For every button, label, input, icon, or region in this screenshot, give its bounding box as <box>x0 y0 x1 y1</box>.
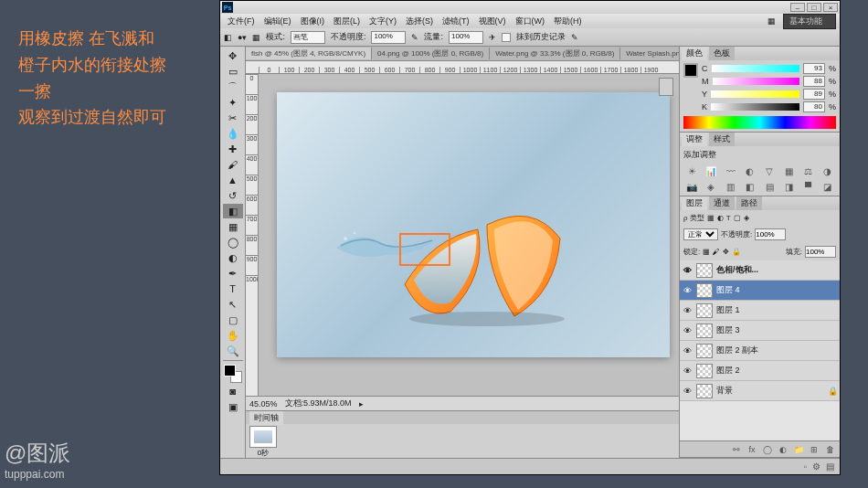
layer-row[interactable]: 👁 图层 3 <box>680 321 840 341</box>
blend-mode-dropdown[interactable]: 正常 <box>683 228 718 240</box>
marquee-tool[interactable]: ▭ <box>223 64 243 79</box>
minimize-button[interactable]: – <box>790 3 805 12</box>
mb-icon[interactable]: ▫ <box>803 461 807 472</box>
menu-file[interactable]: 文件(F) <box>224 15 259 28</box>
move-tool[interactable]: ✥ <box>223 48 243 63</box>
history-brush-tool[interactable]: ↺ <box>223 188 243 203</box>
menu-select[interactable]: 选择(S) <box>402 15 437 28</box>
visibility-icon[interactable]: 👁 <box>682 305 693 316</box>
brush-tool[interactable]: 🖌 <box>223 157 243 172</box>
menu-filter[interactable]: 滤镜(T) <box>439 15 473 28</box>
doc-tab-0[interactable]: fish @ 45% (图层 4, RGB/8/CMYK) <box>246 48 372 59</box>
pressure-opacity-icon[interactable]: ✎ <box>411 33 418 42</box>
new-adjust-icon[interactable]: ◐ <box>777 444 789 455</box>
blur-tool[interactable]: ◯ <box>223 235 243 249</box>
maximize-button[interactable]: □ <box>807 3 821 12</box>
quickmask-icon[interactable]: ◙ <box>223 384 243 398</box>
eraser-tool[interactable]: ◧ <box>223 204 243 218</box>
m-slider[interactable] <box>713 78 799 85</box>
link-layers-icon[interactable]: ⚯ <box>730 444 743 455</box>
adj-brightness-icon[interactable]: ☀ <box>683 164 700 177</box>
stamp-tool[interactable]: ▲ <box>223 173 243 187</box>
adj-levels-icon[interactable]: 📊 <box>703 164 719 177</box>
zoom-tool[interactable]: 🔍 <box>223 344 243 358</box>
k-value[interactable]: 80 <box>803 101 825 112</box>
adj-selective-icon[interactable]: ◪ <box>820 180 836 193</box>
mask-icon[interactable]: ◯ <box>761 444 774 455</box>
swatches-tab[interactable]: 色板 <box>709 47 735 60</box>
filter-smart-icon[interactable]: ◈ <box>744 214 749 222</box>
layer-row[interactable]: 👁 色相/饱和... <box>680 260 840 281</box>
styles-tab[interactable]: 样式 <box>709 133 735 146</box>
layer-row[interactable]: 👁 图层 2 <box>680 361 840 381</box>
color-spectrum[interactable] <box>683 116 836 129</box>
adj-gradient-icon[interactable]: ▀ <box>800 180 817 193</box>
layer-opacity-input[interactable] <box>755 228 786 240</box>
layer-row[interactable]: 👁 图层 4 <box>680 281 840 301</box>
pressure-size-icon[interactable]: ✎ <box>571 33 578 42</box>
layer-row[interactable]: 👁 图层 1 <box>680 301 840 321</box>
brush-preset-icon[interactable]: ●▾ <box>238 33 247 42</box>
hand-tool[interactable]: ✋ <box>223 328 243 343</box>
dodge-tool[interactable]: ◐ <box>223 250 243 265</box>
visibility-icon[interactable]: 👁 <box>682 386 693 397</box>
doc-tab-3[interactable]: Water Splash.png @ 50% (图层 0, RGB/...) <box>620 48 679 59</box>
frame-thumb[interactable] <box>249 426 277 448</box>
flow-input[interactable]: 100% <box>449 31 483 44</box>
new-layer-icon[interactable]: ⊞ <box>808 444 820 455</box>
lock-trans-icon[interactable]: ▦ <box>703 248 710 256</box>
menu-view[interactable]: 视图(V) <box>475 15 510 28</box>
filter-adjust-icon[interactable]: ◐ <box>717 214 724 222</box>
wand-tool[interactable]: ✦ <box>223 95 243 110</box>
fx-icon[interactable]: fx <box>746 444 758 455</box>
type-tool[interactable]: T <box>223 281 243 296</box>
filter-type-icon[interactable]: T <box>726 214 731 222</box>
workspace-dropdown[interactable]: 基本功能 <box>783 14 836 29</box>
menu-layer[interactable]: 图层(L) <box>330 15 364 28</box>
opacity-input[interactable]: 100% <box>371 31 406 44</box>
filter-pixel-icon[interactable]: ▦ <box>707 214 715 222</box>
visibility-icon[interactable]: 👁 <box>682 366 693 377</box>
visibility-icon[interactable]: 👁 <box>682 345 693 356</box>
color-tab[interactable]: 颜色 <box>682 47 707 60</box>
frame-duration[interactable]: 0秒 <box>249 448 277 458</box>
adj-hue-icon[interactable]: ▦ <box>780 164 797 177</box>
menu-type[interactable]: 文字(Y) <box>365 15 400 28</box>
eyedropper-tool[interactable]: 💧 <box>223 126 243 141</box>
paths-tab[interactable]: 路径 <box>736 196 762 210</box>
healing-tool[interactable]: ✚ <box>223 142 243 156</box>
adjust-tab[interactable]: 调整 <box>682 133 707 146</box>
zoom-display[interactable]: 45.05% <box>249 399 278 408</box>
visibility-icon[interactable]: 👁 <box>682 285 693 296</box>
channels-tab[interactable]: 通道 <box>709 196 735 210</box>
erase-history-checkbox[interactable] <box>502 33 511 42</box>
lock-pos-icon[interactable]: ✥ <box>723 248 729 256</box>
c-value[interactable]: 93 <box>803 63 825 74</box>
m-value[interactable]: 88 <box>803 76 825 87</box>
gradient-tool[interactable]: ▦ <box>223 219 243 234</box>
canvas-panel-icon[interactable] <box>659 78 673 96</box>
path-tool[interactable]: ↖ <box>223 297 243 312</box>
brush-panel-icon[interactable]: ▦ <box>252 33 260 42</box>
lasso-tool[interactable]: ⌒ <box>223 80 243 94</box>
lock-pixel-icon[interactable]: 🖌 <box>713 248 720 256</box>
k-slider[interactable] <box>711 103 799 111</box>
adj-balance-icon[interactable]: ⚖ <box>800 164 817 177</box>
fill-input[interactable] <box>805 246 836 258</box>
adj-mixer-icon[interactable]: ◈ <box>703 180 719 193</box>
adj-curves-icon[interactable]: 〰 <box>723 164 739 177</box>
airbrush-icon[interactable]: ✈ <box>489 33 496 42</box>
close-button[interactable]: × <box>823 3 838 12</box>
doc-tab-1[interactable]: 04.png @ 100% (图层 0, RGB/8) <box>372 48 490 59</box>
adj-threshold-icon[interactable]: ◨ <box>780 180 797 193</box>
canvas[interactable] <box>259 74 679 396</box>
lock-all-icon[interactable]: 🔒 <box>732 248 741 256</box>
color-swatch[interactable] <box>224 365 242 383</box>
adj-lookup-icon[interactable]: ▥ <box>723 180 739 193</box>
new-group-icon[interactable]: 📁 <box>792 444 805 455</box>
layer-row[interactable]: 👁 背景 🔒 <box>680 381 840 401</box>
adj-vibrance-icon[interactable]: ▽ <box>761 164 778 177</box>
timeline-tab[interactable]: 时间轴 <box>249 411 283 425</box>
layers-tab[interactable]: 图层 <box>682 196 707 210</box>
c-slider[interactable] <box>712 65 799 72</box>
